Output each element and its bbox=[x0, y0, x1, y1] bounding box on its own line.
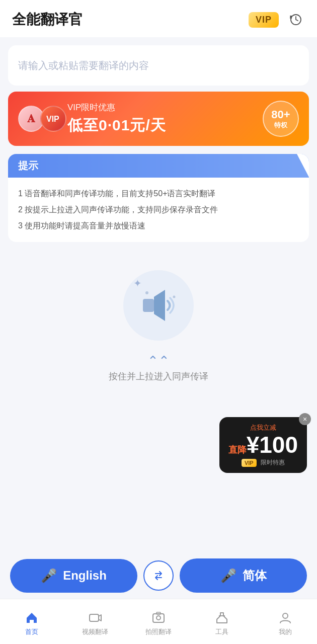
tips-box: 提示 1 语音翻译和同声传译功能，目前支持50+语言实时翻译 2 按提示上拉进入… bbox=[8, 154, 309, 242]
discount-footer: VIP 限时特惠 bbox=[228, 458, 298, 467]
svg-point-2 bbox=[145, 291, 148, 294]
close-discount-button[interactable]: × bbox=[299, 413, 311, 425]
discount-click-text: 点我立减 bbox=[228, 423, 298, 432]
center-area: ✦ ⌃⌃ 按住并上拉进入同声传译 bbox=[0, 250, 317, 392]
source-language-button[interactable]: 🎤 English bbox=[10, 559, 137, 593]
history-icon[interactable] bbox=[287, 11, 305, 29]
svg-rect-5 bbox=[153, 614, 164, 622]
header: 全能翻译官 VIP bbox=[0, 0, 317, 37]
svg-text:VIP: VIP bbox=[46, 115, 59, 123]
input-placeholder: 请输入或粘贴需要翻译的内容 bbox=[18, 59, 149, 72]
target-language-label: 简体 bbox=[243, 568, 267, 584]
tab-photo-label: 拍照翻译 bbox=[145, 627, 172, 636]
tips-item-2: 2 按提示上拉进入同声传译功能，支持同步保存录音文件 bbox=[18, 202, 299, 218]
tab-tools[interactable]: 工具 bbox=[190, 607, 254, 636]
svg-point-9 bbox=[283, 613, 288, 618]
tab-photo[interactable]: 拍照翻译 bbox=[127, 607, 190, 636]
svg-point-6 bbox=[156, 616, 161, 620]
header-actions: VIP bbox=[249, 11, 305, 29]
svg-point-3 bbox=[173, 296, 176, 298]
press-hint: ⌃⌃ 按住并上拉进入同声传译 bbox=[109, 356, 208, 382]
tab-video[interactable]: 视频翻译 bbox=[63, 607, 127, 636]
svg-rect-1 bbox=[143, 299, 154, 312]
source-language-label: English bbox=[63, 569, 107, 583]
discount-time-label: 限时特惠 bbox=[261, 458, 285, 467]
vip-banner[interactable]: 𝐀 VIP VIP限时优惠 低至0·01元/天 80+ 特权 bbox=[8, 92, 309, 146]
tab-profile[interactable]: 我的 bbox=[254, 607, 317, 636]
discount-amount: ¥100 bbox=[247, 433, 298, 456]
source-mic-icon: 🎤 bbox=[41, 568, 57, 584]
tips-title: 提示 bbox=[18, 159, 38, 173]
vip-coins: 𝐀 VIP bbox=[18, 106, 62, 132]
swap-language-button[interactable] bbox=[143, 560, 174, 591]
target-mic-icon: 🎤 bbox=[220, 568, 236, 584]
tab-video-label: 视频翻译 bbox=[82, 627, 108, 636]
sparkle-icon: ✦ bbox=[133, 277, 142, 289]
discount-popup[interactable]: × 点我立减 直降 ¥100 VIP 限时特惠 bbox=[219, 417, 307, 473]
svg-rect-4 bbox=[90, 614, 99, 621]
tips-content: 1 语音翻译和同声传译功能，目前支持50+语言实时翻译 2 按提示上拉进入同声传… bbox=[8, 178, 309, 242]
tab-home-label: 首页 bbox=[25, 627, 38, 636]
vip-banner-left: 𝐀 VIP VIP限时优惠 低至0·01元/天 bbox=[18, 102, 166, 136]
discount-vip-label: VIP bbox=[242, 459, 257, 467]
tab-bar: 首页 视频翻译 拍照翻译 工具 我的 bbox=[0, 599, 317, 644]
target-language-button[interactable]: 🎤 简体 bbox=[180, 558, 307, 593]
chevron-up-icon: ⌃⌃ bbox=[147, 356, 170, 366]
vip-benefit-badge: 80+ 特权 bbox=[263, 101, 299, 137]
coin-vip: VIP bbox=[40, 106, 66, 132]
press-hint-text: 按住并上拉进入同声传译 bbox=[109, 370, 208, 382]
vip-badge[interactable]: VIP bbox=[249, 12, 279, 28]
tab-tools-label: 工具 bbox=[215, 627, 228, 636]
vip-banner-text: VIP限时优惠 低至0·01元/天 bbox=[67, 102, 166, 136]
tab-profile-label: 我的 bbox=[279, 627, 292, 636]
language-bar: 🎤 English 🎤 简体 bbox=[0, 558, 317, 599]
tips-item-3: 3 使用功能时请提高音量并放慢语速 bbox=[18, 218, 299, 234]
translation-input-area[interactable]: 请输入或粘贴需要翻译的内容 bbox=[8, 45, 309, 86]
tips-header: 提示 bbox=[8, 154, 309, 178]
tips-item-1: 1 语音翻译和同声传译功能，目前支持50+语言实时翻译 bbox=[18, 186, 299, 202]
tab-home[interactable]: 首页 bbox=[0, 607, 63, 636]
app-title: 全能翻译官 bbox=[12, 10, 83, 29]
speaker-illustration: ✦ bbox=[123, 270, 194, 341]
